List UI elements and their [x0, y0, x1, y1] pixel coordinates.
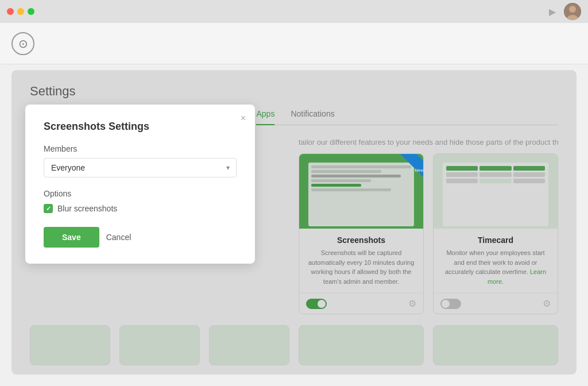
- modal-close-button[interactable]: ×: [241, 114, 246, 123]
- blur-screenshots-row: Blur screenshots: [44, 204, 237, 213]
- svg-point-1: [569, 6, 576, 13]
- blur-screenshots-checkbox[interactable]: [44, 204, 53, 213]
- app-header: ⊙: [0, 23, 588, 64]
- modal-title: Screenshots Settings: [44, 121, 237, 133]
- minimize-button[interactable]: [17, 8, 24, 15]
- modal-overlay: Screenshots Settings × Members Everyone …: [11, 70, 577, 375]
- maximize-button[interactable]: [28, 8, 34, 15]
- traffic-lights: [7, 8, 34, 15]
- options-title: Options: [44, 189, 237, 198]
- play-icon[interactable]: ▶: [547, 6, 558, 17]
- members-label: Members: [44, 144, 237, 153]
- screenshots-settings-modal: Screenshots Settings × Members Everyone …: [25, 105, 255, 264]
- modal-actions: Save Cancel: [44, 227, 237, 248]
- titlebar: ▶: [0, 0, 588, 23]
- settings-container: Settings My Profile Integrations Team Se…: [11, 70, 577, 375]
- save-button[interactable]: Save: [44, 227, 99, 248]
- members-select[interactable]: Everyone Admins only Specific members: [44, 158, 237, 177]
- members-select-wrapper: Everyone Admins only Specific members ▾: [44, 158, 237, 177]
- close-button[interactable]: [7, 8, 14, 15]
- cancel-button[interactable]: Cancel: [106, 233, 131, 242]
- blur-screenshots-label: Blur screenshots: [57, 204, 117, 213]
- app-logo: ⊙: [11, 32, 34, 55]
- avatar[interactable]: [564, 3, 581, 20]
- main-area: Settings My Profile Integrations Team Se…: [0, 64, 588, 386]
- options-section: Options Blur screenshots: [44, 189, 237, 213]
- titlebar-right: ▶: [547, 3, 581, 20]
